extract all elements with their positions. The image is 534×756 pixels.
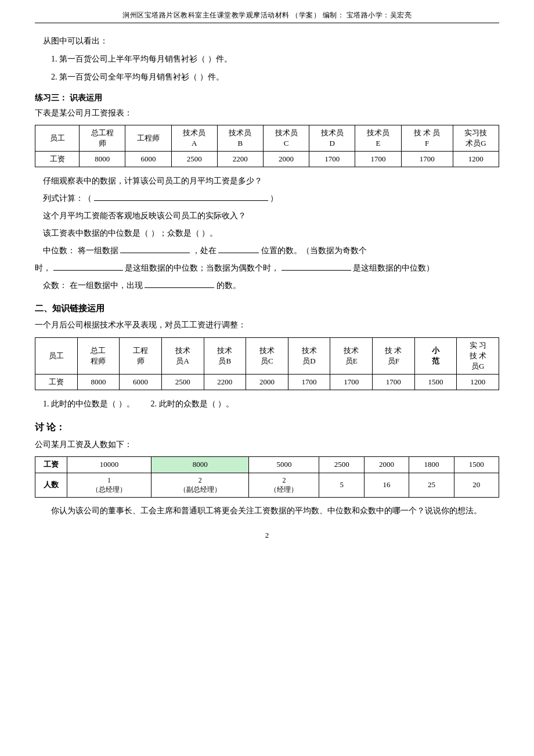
- col-techE: 技术员E: [355, 125, 401, 151]
- salary-c: 2000: [263, 152, 309, 167]
- t2-s-g: 1200: [457, 375, 499, 390]
- question4: 该工资表中数据的中位数是（ ）；众数是（ ）。: [43, 225, 499, 242]
- question2: 列式计算：（ ）: [43, 190, 499, 207]
- salary-a: 2500: [171, 152, 217, 167]
- t2-s-a: 2500: [161, 375, 204, 390]
- page-number: 2: [35, 531, 499, 540]
- t2-col-chief: 总工程师: [77, 337, 120, 375]
- col-techA: 技术员A: [171, 125, 217, 151]
- t3-s-8000: 8000: [151, 457, 249, 473]
- intro-item1: 1. 第一百货公司上半年平均每月销售衬衫（ ）件。: [51, 52, 499, 66]
- t2-col-g: 实 习技 术员G: [457, 337, 499, 375]
- t2-row-label: 工资: [35, 375, 78, 390]
- salary-chief: 8000: [80, 152, 125, 167]
- salary-b: 2200: [217, 152, 263, 167]
- t3-p-2: 2（副总经理）: [151, 473, 249, 498]
- t2-col-d: 技术员D: [288, 337, 330, 375]
- t2-col-c: 技术员C: [246, 337, 288, 375]
- t3-s-5000: 5000: [249, 457, 319, 473]
- t3-p-3: 2（经理）: [249, 473, 319, 498]
- salary-e: 1700: [355, 152, 401, 167]
- fill-even: [282, 270, 351, 271]
- col-techB: 技术员B: [217, 125, 263, 151]
- t3-p-20: 20: [454, 473, 499, 498]
- discuss-table: 工资 10000 8000 5000 2500 2000 1800 1500 人…: [35, 456, 499, 498]
- t3-people-label: 人数: [35, 473, 67, 498]
- row-salary-label: 工资: [35, 152, 80, 167]
- discuss-title: 讨 论：: [35, 422, 499, 434]
- t3-p-25: 25: [409, 473, 454, 498]
- t3-p-5: 5: [319, 473, 364, 498]
- intro-line1: 从图中可以看出：: [43, 34, 499, 48]
- salary-table-2: 员工 总工程师 工程师 技术员A 技术员B 技术员C 技术员D 技术员E 技 术…: [35, 337, 499, 391]
- t3-s-10000: 10000: [67, 457, 151, 473]
- fill-odd: [53, 270, 123, 271]
- t3-p-16: 16: [364, 473, 409, 498]
- t3-p-1: 1（总经理）: [67, 473, 151, 498]
- t2-s-eng: 6000: [120, 375, 162, 390]
- fill-position: [218, 253, 259, 253]
- question5-line2: 时， 是这组数据的中位数；当数据为偶数个时， 是这组数据的中位数）: [35, 260, 499, 276]
- header-text: 涧州区宝塔路片区教科室主任课堂教学观摩活动材料 （学案） 编制： 宝塔路小学：吴…: [122, 11, 412, 19]
- col-chief-eng: 总工程师: [80, 125, 125, 151]
- question3: 这个月平均工资能否客观地反映该公司员工的实际收入？: [43, 208, 499, 224]
- discuss-subtitle: 公司某月工资及人数如下：: [35, 437, 499, 452]
- t2-col-eng: 工程师: [120, 337, 162, 375]
- t2-s-b: 2200: [204, 375, 246, 390]
- t2-s-chief: 8000: [77, 375, 120, 390]
- section2-subtitle: 一个月后公司根据技术水平及表现，对员工工资进行调整：: [35, 318, 499, 332]
- col-eng: 工程师: [125, 125, 171, 151]
- intro-item2: 2. 第一百货公司全年平均每月销售衬衫（ ）件。: [51, 70, 499, 84]
- salary-eng: 6000: [125, 152, 171, 167]
- t2-s-xf: 1500: [414, 375, 457, 390]
- question6: 众数： 在一组数据中，出现 的数。: [43, 278, 499, 294]
- t2-col-e: 技术员E: [330, 337, 373, 375]
- col-employee: 员工: [35, 125, 80, 151]
- col-techF: 技 术 员F: [401, 125, 453, 151]
- salary-d: 1700: [309, 152, 355, 167]
- t3-salary-label: 工资: [35, 457, 67, 473]
- t2-s-e: 1700: [330, 375, 373, 390]
- question1: 仔细观察表中的数据，计算该公司员工的月平均工资是多少？: [43, 173, 499, 189]
- page-header: 涧州区宝塔路片区教科室主任课堂教学观摩活动材料 （学案） 编制： 宝塔路小学：吴…: [35, 10, 499, 23]
- t3-s-2000: 2000: [364, 457, 409, 473]
- col-techD: 技术员D: [309, 125, 355, 151]
- calc-fill: [94, 200, 268, 201]
- fill-arrange: [120, 253, 190, 253]
- section2-title: 二、知识链接运用: [35, 303, 499, 314]
- col-techG: 实习技术员G: [453, 125, 499, 151]
- question5: 中位数： 将一组数据 ，处在 位置的数。（当数据为奇数个: [43, 243, 499, 259]
- discuss-body-text: 你认为该公司的董事长、工会主席和普通职工将更会关注工资数据的平均数、中位数和众数…: [35, 503, 499, 519]
- col-techC: 技术员C: [263, 125, 309, 151]
- fill-mode: [145, 287, 214, 288]
- t2-s-c: 2000: [246, 375, 288, 390]
- salary-table-1: 员工 总工程师 工程师 技术员A 技术员B 技术员C 技术员D 技术员E 技 术…: [35, 125, 499, 168]
- t2-col-a: 技术员A: [161, 337, 204, 375]
- salary-g: 1200: [453, 152, 499, 167]
- q-after-table2: 1. 此时的中位数是（ ）。 2. 此时的众数是（ ）。: [43, 396, 499, 412]
- t2-s-f: 1700: [373, 375, 415, 390]
- t3-s-1800: 1800: [409, 457, 454, 473]
- t2-col-b: 技术员B: [204, 337, 246, 375]
- t2-s-d: 1700: [288, 375, 330, 390]
- t2-col-emp: 员工: [35, 337, 78, 375]
- exercise3-title: 练习三： 识表运用: [35, 93, 102, 102]
- t3-s-1500: 1500: [454, 457, 499, 473]
- salary-f: 1700: [401, 152, 453, 167]
- page: 涧州区宝塔路片区教科室主任课堂教学观摩活动材料 （学案） 编制： 宝塔路小学：吴…: [0, 0, 534, 756]
- t3-s-2500: 2500: [319, 457, 364, 473]
- t2-col-f: 技 术员F: [373, 337, 415, 375]
- exercise3-subtitle: 下表是某公司月工资报表：: [35, 106, 499, 120]
- t2-col-xf: 小范: [414, 337, 457, 375]
